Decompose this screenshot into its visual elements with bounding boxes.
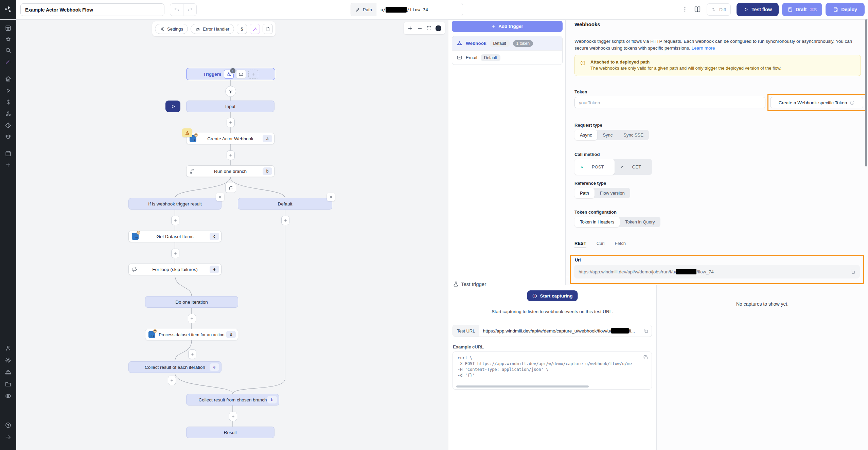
zoom-out-icon[interactable] [417, 25, 423, 31]
add-branch-badge[interactable] [225, 183, 236, 193]
trigger-row-email[interactable]: Email Default [452, 50, 562, 65]
flow-node-get-dataset-items[interactable]: TS Get Dataset Items c [128, 231, 222, 242]
flow-node-triggers[interactable]: Triggers 1 [186, 68, 275, 80]
resources-icon[interactable] [5, 110, 12, 117]
calendar-icon[interactable] [5, 150, 12, 157]
path-value[interactable]: u//flow_74 [376, 3, 463, 16]
tab-rest[interactable]: REST [574, 241, 586, 248]
insert-step-button[interactable] [171, 249, 179, 258]
flow-settings-button[interactable]: Settings [155, 24, 188, 34]
path-field[interactable]: Path u//flow_74 [351, 3, 463, 16]
folders-icon[interactable] [5, 381, 12, 388]
warning-badge[interactable] [182, 128, 192, 137]
flow-node-collect-each-iteration[interactable]: Collect result of each iteration e [128, 361, 222, 373]
user-icon[interactable] [5, 345, 12, 352]
apps-icon[interactable] [5, 25, 12, 32]
flow-node-result[interactable]: Result [186, 427, 274, 438]
favorites-star-icon[interactable] [5, 36, 12, 43]
email-trigger-chip[interactable] [236, 70, 246, 79]
schedules-icon[interactable] [5, 122, 12, 129]
flow-node-for-loop[interactable]: For loop (skip failures) e [128, 264, 222, 275]
vertical-scrollbar[interactable] [865, 19, 867, 166]
ai-wand-icon[interactable] [5, 58, 12, 65]
learn-more-link[interactable]: Learn more [691, 46, 715, 51]
zoom-in-icon[interactable] [407, 25, 413, 31]
token-in-headers[interactable]: Token in Headers [574, 217, 620, 227]
help-icon[interactable] [5, 422, 12, 429]
ai-wand-button[interactable] [250, 24, 260, 34]
reference-type-flow-version[interactable]: Flow version [595, 188, 630, 198]
tab-curl[interactable]: Curl [597, 241, 605, 248]
delete-branch-button[interactable] [216, 193, 224, 201]
test-url-field: Test URL https://app.windmill.dev/api/w/… [453, 325, 652, 337]
tab-fetch[interactable]: Fetch [615, 241, 626, 248]
delete-branch-button[interactable] [327, 193, 335, 201]
create-webhook-token-button[interactable]: Create a Webhook-specific Token [770, 97, 863, 108]
request-type-sync-sse[interactable]: Sync SSE [618, 130, 649, 140]
add-trigger-button[interactable]: Add trigger [452, 21, 563, 32]
flow-node-run-one-branch[interactable]: Run one branch b [186, 165, 274, 177]
webhook-trigger-chip[interactable]: 1 [224, 70, 234, 79]
undo-button[interactable] [170, 4, 183, 16]
insert-step-button[interactable] [229, 412, 237, 421]
token-input[interactable] [574, 97, 765, 108]
workers-hardhat-icon[interactable] [5, 369, 12, 376]
runs-icon[interactable] [5, 87, 12, 94]
variables-icon[interactable] [5, 99, 12, 106]
insert-step-button[interactable] [227, 118, 235, 127]
flow-node-collect-chosen-branch[interactable]: Collect result from chosen branch b [186, 394, 279, 406]
error-handler-button[interactable]: Error Handler [191, 24, 234, 34]
deploy-button[interactable]: Deploy [826, 3, 865, 16]
flow-canvas[interactable]: Settings Error Handler $ Triggers 1 [16, 19, 449, 450]
copy-url-icon[interactable] [850, 269, 855, 274]
insert-step-button[interactable] [281, 216, 289, 225]
redo-button[interactable] [183, 4, 196, 16]
flow-node-do-one-iteration[interactable]: Do one iteration [145, 296, 238, 308]
example-curl-code[interactable]: curl \ -X POST https://app.windmill.dev/… [453, 352, 652, 390]
test-flow-button[interactable]: Test flow [737, 3, 779, 16]
diff-button[interactable]: Diff [707, 3, 731, 16]
academy-icon[interactable] [5, 133, 12, 140]
search-icon[interactable] [5, 47, 12, 54]
trigger-row-webhook[interactable]: Webhook Default 1 token [452, 36, 562, 50]
settings-gear-icon[interactable] [5, 357, 12, 364]
input-filter-badge[interactable] [225, 86, 236, 97]
add-icon[interactable] [5, 161, 12, 168]
export-doc-button[interactable] [263, 24, 273, 34]
home-icon[interactable] [5, 75, 12, 82]
insert-step-button[interactable] [227, 150, 235, 160]
draft-button[interactable]: Draft ⌘S [782, 3, 822, 16]
flow-node-branch-default[interactable]: Default [238, 198, 332, 210]
run-from-input-button[interactable] [165, 101, 180, 112]
flow-node-process-dataset-item[interactable]: TS Process dataset item for an action d [145, 329, 238, 340]
flow-name-input[interactable] [20, 3, 164, 16]
variables-button[interactable]: $ [237, 24, 247, 34]
call-method-get[interactable]: GET [615, 159, 652, 175]
fit-view-icon[interactable] [426, 25, 432, 31]
reference-type-path[interactable]: Path [574, 188, 595, 198]
call-method-post[interactable]: POST [574, 159, 615, 175]
minimap-toggle-icon[interactable] [436, 25, 441, 31]
token-in-query[interactable]: Token in Query [620, 217, 660, 227]
flow-node-input[interactable]: Input [186, 101, 274, 112]
test-url-value[interactable]: https://app.windmill.dev/api/w/demo/capt… [479, 325, 640, 337]
expand-sidebar-icon[interactable] [5, 434, 12, 440]
webhook-url-field[interactable]: https://app.windmill.dev/api/w/demo/jobs… [574, 265, 860, 278]
insert-step-button[interactable] [188, 349, 196, 359]
insert-step-button[interactable] [168, 376, 176, 385]
insert-step-button[interactable] [171, 216, 179, 225]
flow-node-create-actor-webhook[interactable]: TS Create Actor Webhook a [186, 133, 274, 144]
windmill-logo[interactable] [0, 0, 16, 19]
copy-curl-icon[interactable] [643, 355, 648, 360]
flow-node-branch-if[interactable]: If is webhook trigger result [128, 198, 222, 210]
start-capturing-button[interactable]: Start capturing [527, 290, 578, 301]
copy-test-url-icon[interactable] [640, 325, 652, 337]
more-menu-button[interactable] [681, 6, 688, 13]
docs-book-button[interactable] [694, 5, 701, 13]
insert-step-button[interactable] [188, 314, 196, 323]
audit-eye-icon[interactable] [5, 393, 12, 399]
request-type-async[interactable]: Async [574, 130, 597, 140]
request-type-sync[interactable]: Sync [597, 130, 618, 140]
horizontal-scrollbar[interactable] [456, 385, 589, 388]
add-trigger-chip[interactable] [248, 70, 258, 79]
